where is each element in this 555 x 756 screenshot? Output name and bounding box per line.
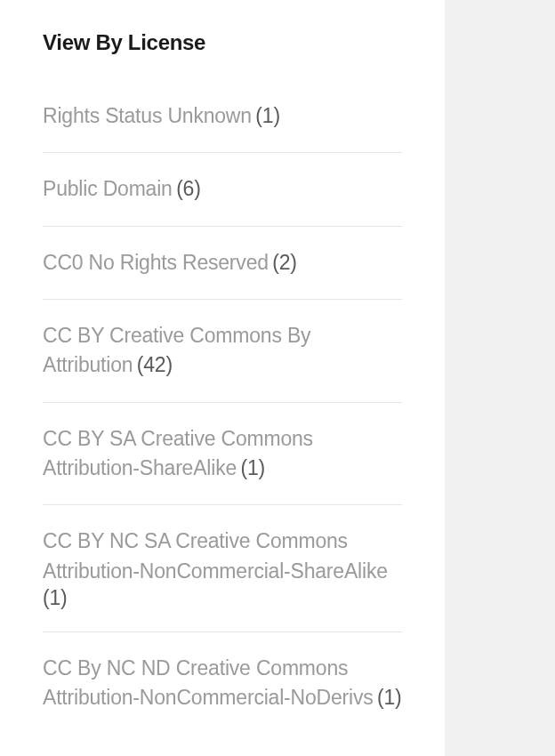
license-count: (1) <box>241 456 266 479</box>
side-panel <box>445 0 555 756</box>
license-count: (6) <box>176 177 201 200</box>
license-link-rights-unknown[interactable]: Rights Status Unknown <box>43 104 252 127</box>
license-link-cc-by-nc-sa[interactable]: CC BY NC SA Creative Commons Attribution… <box>43 529 388 582</box>
main-panel: View By License Rights Status Unknown (1… <box>0 0 445 756</box>
license-link-public-domain[interactable]: Public Domain <box>43 177 173 200</box>
license-item: CC BY SA Creative Commons Attribution-Sh… <box>43 424 402 506</box>
license-count: (1) <box>377 686 402 709</box>
license-link-cc0[interactable]: CC0 No Rights Reserved <box>43 251 269 274</box>
license-count: (1) <box>255 104 280 127</box>
license-item: Rights Status Unknown (1) <box>43 101 402 153</box>
license-item: CC0 No Rights Reserved (2) <box>43 248 402 300</box>
license-count: (1) <box>43 586 68 609</box>
license-item: Public Domain (6) <box>43 174 402 226</box>
license-link-cc-by-sa[interactable]: CC BY SA Creative Commons Attribution-Sh… <box>43 427 313 479</box>
license-link-cc-by[interactable]: CC BY Creative Commons By Attribution <box>43 324 310 376</box>
license-link-cc-by-nc-nd[interactable]: CC By NC ND Creative Commons Attribution… <box>43 656 374 709</box>
license-count: (42) <box>137 353 173 376</box>
license-list: Rights Status Unknown (1) Public Domain … <box>43 101 402 735</box>
license-item: CC By NC ND Creative Commons Attribution… <box>43 654 402 735</box>
license-item: CC BY NC SA Creative Commons Attribution… <box>43 527 402 632</box>
license-item: CC BY Creative Commons By Attribution (4… <box>43 321 402 403</box>
license-count: (2) <box>272 251 297 274</box>
section-heading: View By License <box>43 30 402 55</box>
